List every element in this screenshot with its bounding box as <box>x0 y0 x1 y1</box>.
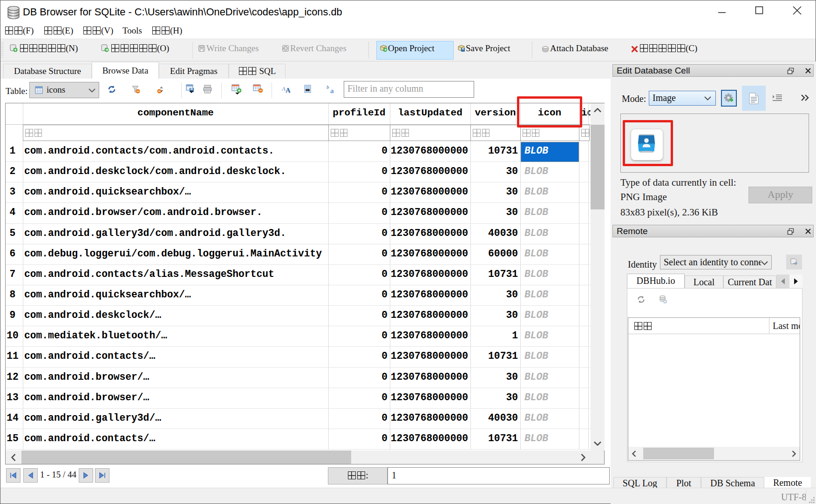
svg-text:a: a <box>330 87 334 94</box>
svg-text:A: A <box>282 85 286 92</box>
svg-text:A: A <box>286 87 291 93</box>
svg-text:b: b <box>326 85 329 90</box>
